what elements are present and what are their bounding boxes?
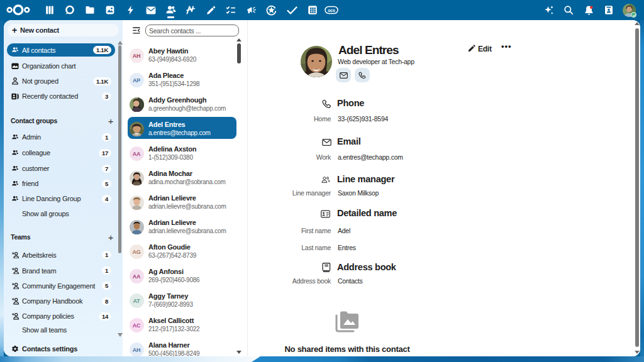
svg-text:ocs: ocs	[328, 8, 335, 13]
